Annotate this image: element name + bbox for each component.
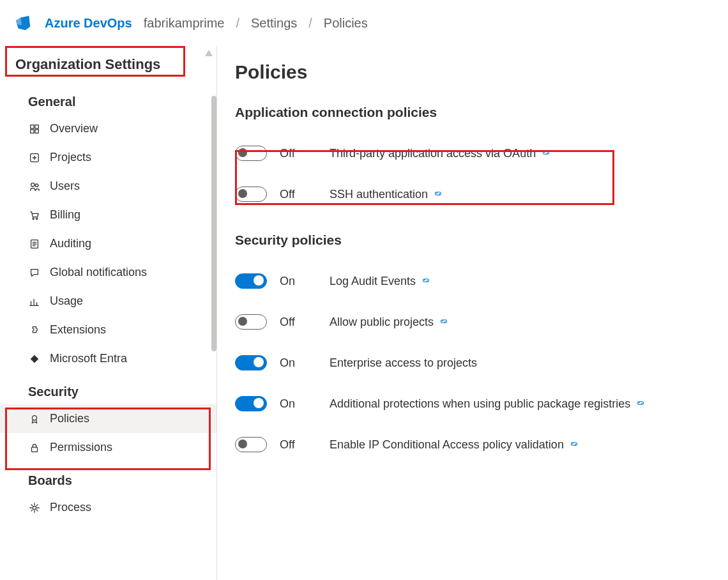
svg-point-10 <box>36 218 37 219</box>
toggle-state-label: Off <box>280 188 317 201</box>
svg-rect-3 <box>35 129 38 132</box>
svg-rect-20 <box>32 447 38 452</box>
sidebar-item-permissions[interactable]: Permissions <box>0 433 216 462</box>
svg-rect-1 <box>35 125 38 128</box>
policy-row: OnEnterprise access to projects <box>235 342 728 383</box>
policy-toggle[interactable] <box>235 437 267 452</box>
toggle-state-label: On <box>280 275 317 288</box>
link-icon[interactable] <box>541 149 551 158</box>
link-icon[interactable] <box>421 277 431 286</box>
svg-rect-0 <box>31 125 34 128</box>
sidebar-section-heading: General <box>0 83 216 114</box>
policy-toggle[interactable] <box>235 396 267 411</box>
policy-group-heading: Security policies <box>235 233 728 248</box>
crumb-org[interactable]: fabrikamprime <box>144 16 225 31</box>
policy-row: OnAdditional protections when using publ… <box>235 383 728 424</box>
sidebar-item-extensions[interactable]: Extensions <box>0 316 216 344</box>
policy-label: Log Audit Events <box>330 275 431 288</box>
policy-label-text: Enterprise access to projects <box>330 356 477 370</box>
sidebar-section-heading: Security <box>0 373 216 404</box>
sidebar-item-overview[interactable]: Overview <box>0 114 216 143</box>
toggle-state-label: On <box>280 397 317 411</box>
sidebar-item-label: Projects <box>50 151 91 164</box>
toggle-state-label: Off <box>280 438 317 452</box>
sidebar-item-label: Users <box>50 179 80 193</box>
sidebar-item-label: Extensions <box>50 323 106 337</box>
sidebar-item-label: Overview <box>50 122 98 135</box>
grid-icon <box>28 123 41 135</box>
sidebar-item-microsoft-entra[interactable]: Microsoft Entra <box>0 344 216 373</box>
sidebar-item-global-notifications[interactable]: Global notifications <box>0 258 216 287</box>
sidebar-item-usage[interactable]: Usage <box>0 287 216 316</box>
gear-icon <box>28 501 41 514</box>
sidebar-item-label: Process <box>50 501 91 514</box>
crumb-settings[interactable]: Settings <box>251 16 297 31</box>
main-content: Policies Application connection policies… <box>217 46 728 580</box>
cart-icon <box>28 209 41 222</box>
sidebar: Organization Settings GeneralOverviewPro… <box>0 46 217 580</box>
lock-icon <box>28 441 41 454</box>
page-title: Policies <box>235 61 728 83</box>
svg-point-9 <box>33 218 34 219</box>
policy-row: OffThird-party application access via OA… <box>235 133 728 174</box>
svg-rect-2 <box>31 129 34 132</box>
svg-point-8 <box>35 183 38 187</box>
crumb-separator: / <box>308 16 312 31</box>
sidebar-item-label: Usage <box>50 294 83 308</box>
sidebar-title: Organization Settings <box>0 51 216 83</box>
sidebar-item-projects[interactable]: Projects <box>0 143 216 172</box>
chart-icon <box>28 295 41 308</box>
policy-group-heading: Application connection policies <box>235 105 728 120</box>
policy-label-text: Third-party application access via OAuth <box>330 147 536 160</box>
sidebar-item-process[interactable]: Process <box>0 493 216 522</box>
policy-label-text: SSH authentication <box>330 188 428 201</box>
policy-label: Third-party application access via OAuth <box>330 147 551 160</box>
sidebar-item-users[interactable]: Users <box>0 172 216 201</box>
puzzle-icon <box>28 324 41 337</box>
brand-link[interactable]: Azure DevOps <box>45 16 132 31</box>
receipt-icon <box>28 238 41 250</box>
header: Azure DevOps fabrikamprime / Settings / … <box>0 0 728 46</box>
sidebar-scrollbar[interactable] <box>211 96 216 351</box>
policy-row: OffAllow public projects <box>235 301 728 342</box>
svg-point-7 <box>31 183 34 186</box>
policy-label: Enterprise access to projects <box>330 356 477 370</box>
breadcrumb: fabrikamprime / Settings / Policies <box>144 16 368 31</box>
crumb-policies[interactable]: Policies <box>324 16 368 31</box>
policy-label: Enable IP Conditional Access policy vali… <box>330 438 579 452</box>
policy-label-text: Allow public projects <box>330 316 434 329</box>
policy-toggle[interactable] <box>235 187 267 202</box>
diamond-icon <box>28 353 41 365</box>
policy-label: Additional protections when using public… <box>330 397 646 411</box>
link-icon[interactable] <box>635 399 646 408</box>
policy-toggle[interactable] <box>235 314 267 330</box>
sidebar-item-label: Global notifications <box>50 266 147 279</box>
sidebar-item-label: Policies <box>50 412 89 425</box>
link-icon[interactable] <box>569 440 579 449</box>
policy-row: OffEnable IP Conditional Access policy v… <box>235 424 728 465</box>
azure-devops-logo-icon[interactable] <box>13 13 33 33</box>
svg-point-21 <box>33 506 36 509</box>
link-icon[interactable] <box>439 317 449 326</box>
sidebar-item-label: Permissions <box>50 441 112 454</box>
sidebar-item-label: Auditing <box>50 237 91 250</box>
policy-row: OffSSH authentication <box>235 174 728 215</box>
policy-toggle[interactable] <box>235 355 267 370</box>
policy-label-text: Log Audit Events <box>330 275 416 288</box>
sidebar-section-heading: Boards <box>0 462 216 493</box>
toggle-state-label: Off <box>280 316 317 329</box>
comment-icon <box>28 266 41 279</box>
policy-label: SSH authentication <box>330 188 443 201</box>
sidebar-item-policies[interactable]: Policies <box>0 404 216 433</box>
scroll-up-icon[interactable] <box>205 50 213 56</box>
toggle-state-label: Off <box>280 147 317 160</box>
rosette-icon <box>28 413 41 425</box>
policy-label-text: Enable IP Conditional Access policy vali… <box>330 438 564 452</box>
policy-toggle[interactable] <box>235 273 267 289</box>
sidebar-item-auditing[interactable]: Auditing <box>0 229 216 258</box>
policy-toggle[interactable] <box>235 146 267 161</box>
link-icon[interactable] <box>433 190 443 199</box>
sidebar-item-label: Microsoft Entra <box>50 352 127 365</box>
sidebar-item-billing[interactable]: Billing <box>0 201 216 229</box>
toggle-state-label: On <box>280 356 317 370</box>
